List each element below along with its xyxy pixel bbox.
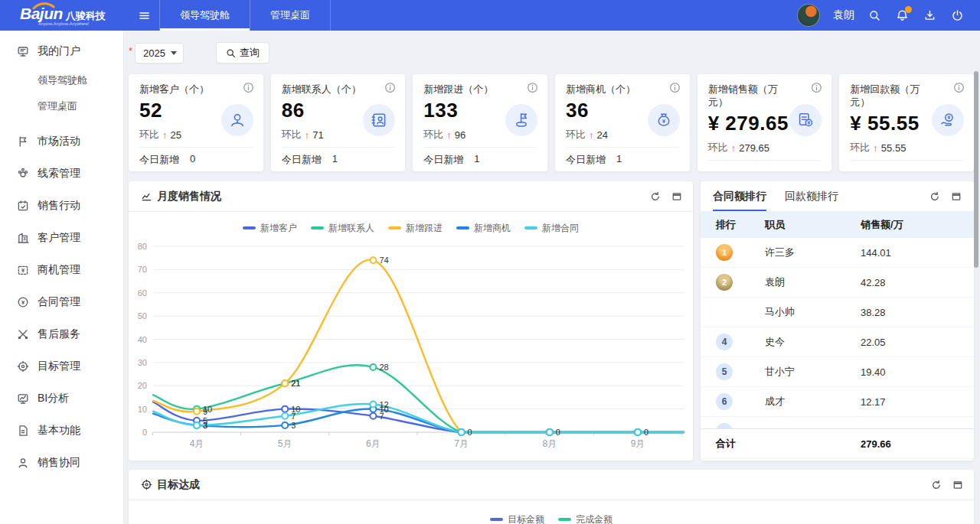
ranking-tab-0[interactable]: 合同额排行 bbox=[713, 181, 766, 211]
line-chart-icon bbox=[141, 190, 152, 202]
kpi-huanbi-label: 环比 bbox=[850, 141, 870, 155]
ranking-tabs: 合同额排行回款额排行 bbox=[701, 181, 974, 212]
notification-badge bbox=[905, 6, 912, 13]
svg-text:12: 12 bbox=[379, 400, 388, 409]
sidebar-item-label: 市场活动 bbox=[38, 135, 80, 148]
search-icon bbox=[226, 48, 236, 58]
follow-icon bbox=[505, 104, 537, 136]
legend-item[interactable]: 新增合同 bbox=[524, 222, 579, 235]
menu-toggle-icon[interactable] bbox=[129, 0, 159, 31]
sales-value: 22.05 bbox=[861, 337, 959, 348]
sidebar-item-6[interactable]: ¥合同管理 bbox=[0, 286, 123, 318]
sidebar-item-2[interactable]: 线索管理 bbox=[0, 158, 123, 190]
sidebar-subitem-1[interactable]: 管理桌面 bbox=[0, 93, 123, 119]
nav-tab-1[interactable]: 管理桌面 bbox=[250, 0, 331, 31]
sidebar-item-11[interactable]: 销售协同 bbox=[0, 447, 123, 479]
sidebar-item-9[interactable]: BI分析 bbox=[0, 382, 123, 415]
sidebar-subitem-0[interactable]: 领导驾驶舱 bbox=[0, 67, 123, 93]
legend-item[interactable]: 目标金额 bbox=[490, 513, 544, 524]
customer-icon bbox=[17, 232, 29, 244]
info-icon[interactable] bbox=[811, 82, 822, 93]
power-icon[interactable] bbox=[950, 8, 965, 23]
expand-icon[interactable] bbox=[952, 480, 963, 490]
sidebar-item-label: 基本功能 bbox=[38, 424, 80, 438]
moneybag-icon: ¥ bbox=[648, 104, 680, 136]
up-arrow-icon: ↑ bbox=[873, 142, 878, 154]
rank-badge: 1 bbox=[716, 244, 733, 261]
legend-swatch bbox=[524, 226, 537, 229]
legend-item[interactable]: 新增客户 bbox=[243, 222, 297, 235]
kpi-huanbi-value: 96 bbox=[455, 129, 466, 141]
kpi-huanbi-label: 环比 bbox=[566, 128, 586, 142]
download-icon[interactable] bbox=[923, 8, 937, 23]
brand-logo[interactable]: Bajun 八骏科技 Anyone,Anytime,Anywhere! bbox=[0, 0, 129, 31]
sidebar-item-label: 商机管理 bbox=[38, 263, 80, 277]
kpi-today-label: 今日新增 bbox=[566, 153, 606, 167]
kpi-today-row: 今日新增1 bbox=[282, 147, 395, 167]
svg-text:4月: 4月 bbox=[190, 438, 204, 449]
info-icon[interactable] bbox=[953, 82, 965, 93]
legend-item[interactable]: 新增商机 bbox=[456, 222, 511, 235]
sidebar-item-10[interactable]: 基本功能 bbox=[0, 415, 123, 447]
info-icon[interactable] bbox=[669, 82, 681, 93]
kpi-card-5: 新增回款额（万元） ¥ 55.55 ¥ 环比 ↑ 55.55 bbox=[839, 74, 974, 171]
ranking-table-body: 1 许三多 144.01 2 袁朗 42.28 3 马小帅 38.28 4 史今… bbox=[701, 238, 974, 428]
table-row: 4 史今 22.05 bbox=[701, 327, 974, 357]
sidebar-item-7[interactable]: 售后服务 bbox=[0, 318, 123, 350]
target-icon bbox=[17, 360, 29, 373]
sales-value: 42.28 bbox=[861, 277, 959, 288]
scrollbar[interactable] bbox=[974, 71, 978, 268]
search-icon[interactable] bbox=[867, 8, 882, 23]
kpi-huanbi-value: 24 bbox=[597, 129, 608, 141]
legend-label: 新增联系人 bbox=[328, 222, 374, 235]
panel-title: 月度销售情况 bbox=[157, 190, 221, 203]
service-icon bbox=[17, 328, 29, 340]
sidebar-item-8[interactable]: 目标管理 bbox=[0, 350, 123, 382]
sidebar-item-0[interactable]: 我的门户 bbox=[0, 35, 123, 67]
rank-badge: 4 bbox=[716, 334, 733, 350]
employee-name: 马小帅 bbox=[765, 305, 861, 319]
kpi-today-label: 今日新增 bbox=[423, 153, 463, 167]
sidebar-item-label: 销售协同 bbox=[38, 456, 80, 470]
sidebar-item-4[interactable]: 客户管理 bbox=[0, 222, 123, 254]
refresh-icon[interactable] bbox=[650, 191, 661, 202]
info-icon[interactable] bbox=[243, 82, 254, 93]
logo-tagline: Anyone,Anytime,Anywhere! bbox=[38, 21, 119, 25]
sidebar-item-5[interactable]: ¥商机管理 bbox=[0, 254, 123, 286]
ranking-panel: 合同额排行回款额排行 排行 职员 销售额/万 1 许三多 144.01 2 袁朗… bbox=[701, 181, 974, 461]
refresh-icon[interactable] bbox=[929, 191, 940, 202]
query-button[interactable]: 查询 bbox=[216, 42, 270, 63]
notification-bell-icon[interactable] bbox=[895, 8, 910, 23]
sidebar-item-3[interactable]: 销售行动 bbox=[0, 190, 123, 222]
avatar[interactable] bbox=[797, 4, 820, 27]
kpi-today-value: 1 bbox=[616, 153, 622, 167]
legend-item[interactable]: 新增联系人 bbox=[311, 222, 374, 235]
sidebar-item-1[interactable]: 市场活动 bbox=[0, 125, 123, 158]
info-icon[interactable] bbox=[384, 82, 396, 93]
info-icon[interactable] bbox=[527, 82, 538, 93]
ranking-tab-1[interactable]: 回款额排行 bbox=[785, 181, 838, 211]
kpi-row: 新增客户（个） 52 环比 ↑ 25 今日新增0 新增联系人（个） 86 环比 … bbox=[129, 74, 974, 171]
opportunity-icon: ¥ bbox=[17, 264, 29, 276]
kpi-huanbi-label: 环比 bbox=[139, 128, 159, 142]
svg-text:0: 0 bbox=[468, 428, 472, 437]
legend-item[interactable]: 完成金额 bbox=[558, 513, 612, 524]
nav-tab-0[interactable]: 领导驾驶舱 bbox=[159, 0, 250, 31]
expand-icon[interactable] bbox=[671, 191, 682, 202]
year-select[interactable]: 2025 bbox=[135, 43, 184, 63]
legend-label: 新增商机 bbox=[474, 222, 511, 235]
rank-badge bbox=[716, 423, 733, 428]
svg-text:9: 9 bbox=[203, 407, 207, 416]
kpi-card-3: 新增商机（个） 36 ¥ 环比 ↑ 24 今日新增1 bbox=[555, 74, 690, 171]
refresh-icon[interactable] bbox=[931, 480, 942, 490]
expand-icon[interactable] bbox=[951, 191, 962, 202]
svg-text:¥: ¥ bbox=[662, 118, 665, 125]
kpi-huanbi-value: 25 bbox=[171, 129, 181, 141]
query-button-label: 查询 bbox=[240, 46, 260, 60]
legend-item[interactable]: 新增跟进 bbox=[388, 222, 443, 235]
svg-text:20: 20 bbox=[138, 381, 147, 390]
monthly-sales-panel: 月度销售情况 新增客户新增联系人新增跟进新增商机新增合同 01020304050… bbox=[129, 181, 693, 461]
sales-value: 19.40 bbox=[861, 366, 959, 378]
target-panel: 目标达成 目标金额完成金额 bbox=[129, 470, 974, 524]
kpi-huanbi-label: 环比 bbox=[282, 128, 302, 142]
